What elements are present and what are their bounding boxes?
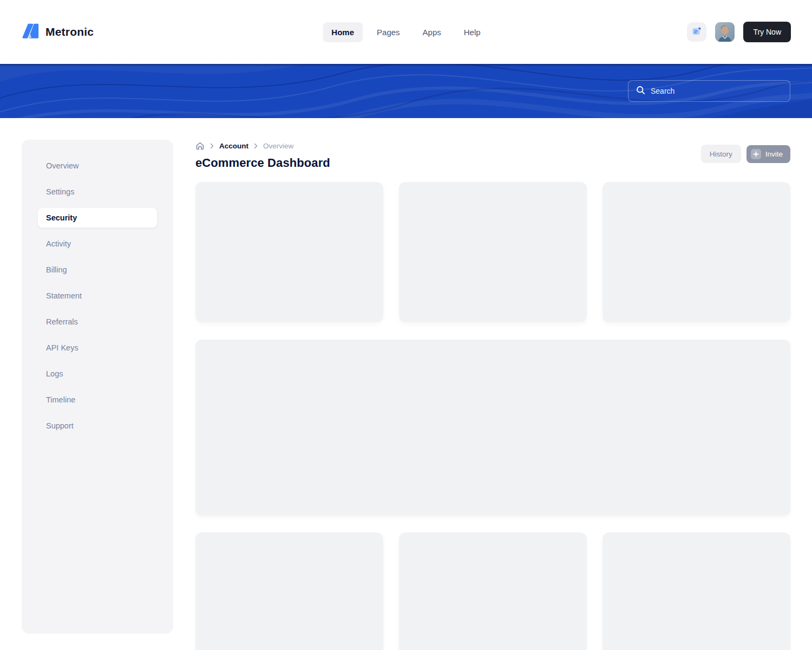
search-box[interactable] bbox=[628, 80, 790, 102]
sidebar-item-referrals[interactable]: Referrals bbox=[38, 309, 157, 335]
brand-name: Metronic bbox=[45, 25, 94, 38]
user-avatar[interactable] bbox=[715, 22, 735, 42]
placeholder-card bbox=[399, 182, 587, 322]
main-nav: Home Pages Apps Help bbox=[323, 0, 489, 64]
notifications-button[interactable] bbox=[687, 22, 706, 42]
nav-item-home[interactable]: Home bbox=[323, 22, 363, 42]
placeholder-card bbox=[603, 182, 790, 322]
home-icon[interactable] bbox=[195, 141, 205, 151]
chat-message-icon bbox=[691, 25, 703, 39]
invite-button-label: Invite bbox=[765, 150, 783, 158]
chevron-right-icon bbox=[209, 143, 215, 149]
page: Metronic Home Pages Apps Help bbox=[0, 0, 812, 650]
breadcrumb-overview: Overview bbox=[263, 142, 293, 150]
plus-icon bbox=[751, 149, 761, 159]
placeholder-card bbox=[195, 182, 383, 322]
page-title: eCommerce Dashboard bbox=[195, 156, 330, 170]
sidebar-item-settings[interactable]: Settings bbox=[38, 179, 157, 205]
placeholder-card bbox=[603, 532, 790, 650]
chevron-right-icon bbox=[253, 143, 259, 149]
page-actions: History Invite bbox=[701, 145, 790, 163]
sidebar-item-api-keys[interactable]: API Keys bbox=[38, 335, 157, 361]
sidebar-item-support[interactable]: Support bbox=[38, 413, 157, 439]
placeholder-card bbox=[399, 532, 587, 650]
breadcrumb: Account Overview bbox=[195, 141, 293, 151]
placeholder-card bbox=[195, 532, 383, 650]
sidebar-item-logs[interactable]: Logs bbox=[38, 361, 157, 387]
metronic-logo-icon bbox=[22, 22, 40, 42]
brand-logo[interactable]: Metronic bbox=[22, 0, 94, 64]
nav-item-pages[interactable]: Pages bbox=[368, 22, 409, 42]
account-sidebar: Overview Settings Security Activity Bill… bbox=[22, 140, 173, 634]
sidebar-item-billing[interactable]: Billing bbox=[38, 257, 157, 283]
search-icon bbox=[636, 86, 645, 97]
nav-item-apps[interactable]: Apps bbox=[414, 22, 450, 42]
nav-item-help[interactable]: Help bbox=[455, 22, 489, 42]
try-now-button[interactable]: Try Now bbox=[743, 22, 791, 42]
placeholder-card-wide bbox=[195, 340, 790, 516]
breadcrumb-account[interactable]: Account bbox=[219, 142, 248, 150]
top-header: Metronic Home Pages Apps Help bbox=[0, 0, 812, 64]
history-button[interactable]: History bbox=[701, 145, 741, 163]
sidebar-item-activity[interactable]: Activity bbox=[38, 231, 157, 257]
sidebar-item-statement[interactable]: Statement bbox=[38, 283, 157, 309]
sidebar-item-timeline[interactable]: Timeline bbox=[38, 387, 157, 413]
invite-button[interactable]: Invite bbox=[746, 145, 790, 163]
header-right-cluster: Try Now bbox=[687, 0, 791, 64]
sidebar-item-security[interactable]: Security bbox=[38, 208, 157, 227]
banner-top-shadow bbox=[0, 64, 812, 67]
hero-banner bbox=[0, 64, 812, 118]
search-input[interactable] bbox=[651, 87, 782, 95]
sidebar-item-overview[interactable]: Overview bbox=[38, 153, 157, 179]
